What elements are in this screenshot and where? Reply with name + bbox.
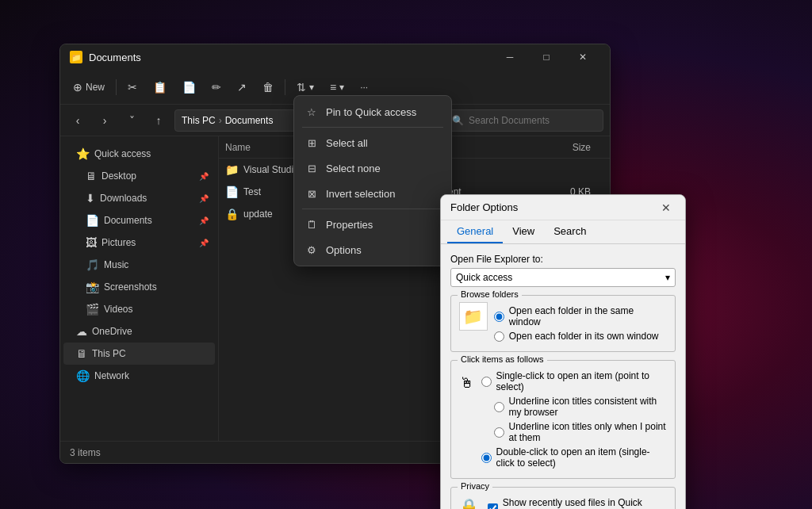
single-click-option[interactable]: Single-click to open an item (point to s… bbox=[481, 370, 667, 392]
underline-hover-option[interactable]: Underline icon titles only when I point … bbox=[481, 421, 667, 443]
sidebar-label-onedrive: OneDrive bbox=[92, 326, 132, 337]
privacy-section: 🔒 Show recently used files in Quick acce… bbox=[459, 494, 667, 509]
window-title: Documents bbox=[89, 52, 141, 63]
folder-vs-icon: 📁 bbox=[225, 163, 239, 176]
sidebar-item-pictures[interactable]: 🖼 Pictures 📌 bbox=[63, 232, 215, 254]
underline-hover-radio[interactable] bbox=[494, 427, 504, 438]
tab-view[interactable]: View bbox=[503, 220, 544, 243]
privacy-group: Privacy 🔒 Show recently used files in Qu… bbox=[450, 487, 676, 509]
sidebar-item-downloads[interactable]: ⬇ Downloads 📌 bbox=[63, 187, 215, 209]
menu-label-select-all: Select all bbox=[326, 137, 368, 149]
underline-consistent-radio[interactable] bbox=[494, 402, 504, 412]
browse-own-window-option[interactable]: Open each folder in its own window bbox=[494, 331, 667, 342]
select-chevron-icon: ▾ bbox=[665, 272, 670, 283]
invert-icon: ⊠ bbox=[305, 187, 318, 200]
menu-item-pin[interactable]: ☆ Pin to Quick access bbox=[297, 99, 448, 124]
sidebar-item-videos[interactable]: 🎬 Videos bbox=[63, 298, 215, 320]
new-button[interactable]: ⊕ New bbox=[67, 78, 111, 97]
menu-item-properties[interactable]: 🗒 Properties bbox=[297, 212, 448, 237]
double-click-option[interactable]: Double-click to open an item (single-cli… bbox=[481, 446, 667, 469]
context-menu: ☆ Pin to Quick access ⊞ Select all ⊟ Sel… bbox=[293, 95, 452, 266]
maximize-button[interactable]: □ bbox=[529, 46, 564, 68]
recent-files-checkbox[interactable] bbox=[488, 503, 498, 510]
browse-folder-preview: 📁 bbox=[459, 302, 488, 331]
menu-label-properties: Properties bbox=[326, 219, 373, 231]
open-to-row: Open File Explorer to: Quick access ▾ bbox=[450, 254, 676, 287]
recent-button[interactable]: ˅ bbox=[121, 109, 143, 132]
click-items-title: Click items as follows bbox=[458, 354, 547, 364]
delete-button[interactable]: 🗑 bbox=[256, 78, 280, 97]
sidebar-item-network[interactable]: 🌐 Network bbox=[63, 365, 215, 387]
back-button[interactable]: ‹ bbox=[67, 109, 89, 132]
click-options: Single-click to open an item (point to s… bbox=[481, 367, 667, 472]
search-input[interactable] bbox=[469, 115, 596, 126]
sidebar-label-desktop: Desktop bbox=[102, 170, 136, 182]
single-click-label: Single-click to open an item (point to s… bbox=[496, 370, 667, 392]
search-icon: 🔍 bbox=[452, 115, 464, 126]
single-click-radio[interactable] bbox=[481, 377, 492, 387]
cut-icon: ✂ bbox=[128, 81, 137, 94]
menu-item-options[interactable]: ⚙ Options bbox=[297, 237, 448, 262]
pin-icon-pictures: 📌 bbox=[199, 239, 209, 247]
open-to-label: Open File Explorer to: bbox=[450, 254, 676, 265]
menu-item-invert[interactable]: ⊠ Invert selection bbox=[297, 181, 448, 206]
sidebar-label-downloads: Downloads bbox=[100, 193, 147, 204]
this-pc-icon: 🖥 bbox=[76, 347, 87, 360]
file-update-icon: 🔒 bbox=[225, 208, 239, 220]
copy-button[interactable]: 📋 bbox=[147, 78, 173, 97]
click-row: 🖱 Single-click to open an item (point to… bbox=[459, 367, 667, 472]
sidebar-item-quick-access[interactable]: ⭐ Quick access bbox=[63, 143, 215, 165]
browse-same-window-option[interactable]: Open each folder in the same window bbox=[494, 305, 667, 327]
title-bar-controls: ─ □ ✕ bbox=[492, 46, 600, 68]
sidebar-item-documents[interactable]: 📄 Documents 📌 bbox=[63, 209, 215, 232]
onedrive-icon: ☁ bbox=[76, 325, 87, 338]
new-icon: ⊕ bbox=[73, 81, 82, 94]
sidebar-label-network: Network bbox=[94, 370, 129, 381]
share-button[interactable]: ↗ bbox=[231, 78, 253, 97]
browse-folders-group: Browse folders 📁 Open each folder in the… bbox=[450, 295, 676, 352]
sidebar-item-onedrive[interactable]: ☁ OneDrive bbox=[63, 320, 215, 343]
sidebar-item-screenshots[interactable]: 📸 Screenshots bbox=[63, 276, 215, 298]
menu-item-select-none[interactable]: ⊟ Select none bbox=[297, 155, 448, 181]
paste-icon: 📄 bbox=[182, 81, 196, 94]
search-box: 🔍 bbox=[445, 109, 603, 132]
cut-button[interactable]: ✂ bbox=[121, 78, 144, 97]
folder-icon: 📁 bbox=[70, 51, 82, 63]
view-button[interactable]: ≡ ▾ bbox=[324, 78, 350, 97]
dialog-close-button[interactable]: ✕ bbox=[657, 198, 676, 217]
more-button[interactable]: ··· bbox=[354, 78, 374, 96]
minimize-button[interactable]: ─ bbox=[492, 46, 527, 68]
menu-item-select-all[interactable]: ⊞ Select all bbox=[297, 130, 448, 155]
underline-consistent-option[interactable]: Underline icon titles consistent with my… bbox=[481, 396, 667, 418]
sidebar-item-desktop[interactable]: 🖥 Desktop 📌 bbox=[63, 165, 215, 187]
close-button[interactable]: ✕ bbox=[565, 46, 600, 68]
tab-search[interactable]: Search bbox=[544, 220, 596, 243]
pin-icon-downloads: 📌 bbox=[199, 194, 209, 203]
sidebar-label-quick-access: Quick access bbox=[94, 148, 151, 159]
browse-own-radio[interactable] bbox=[494, 331, 504, 342]
tab-general[interactable]: General bbox=[447, 220, 503, 243]
open-to-select[interactable]: Quick access ▾ bbox=[450, 268, 676, 287]
select-all-icon: ⊞ bbox=[305, 136, 318, 149]
menu-label-invert: Invert selection bbox=[326, 188, 395, 200]
network-icon: 🌐 bbox=[76, 369, 90, 382]
dialog-title: Folder Options bbox=[450, 201, 518, 213]
breadcrumb-documents: Documents bbox=[225, 115, 274, 126]
menu-separator-2 bbox=[302, 209, 443, 209]
up-button[interactable]: ↑ bbox=[147, 109, 170, 132]
recent-files-option[interactable]: Show recently used files in Quick access bbox=[488, 497, 667, 509]
browse-same-radio[interactable] bbox=[494, 312, 504, 322]
paste-button[interactable]: 📄 bbox=[176, 78, 202, 97]
forward-button[interactable]: › bbox=[94, 109, 116, 132]
menu-label-pin: Pin to Quick access bbox=[326, 106, 416, 118]
rename-button[interactable]: ✏ bbox=[205, 78, 228, 97]
music-icon: 🎵 bbox=[86, 258, 99, 271]
browse-options: Open each folder in the same window Open… bbox=[494, 302, 667, 345]
double-click-radio[interactable] bbox=[481, 453, 492, 463]
rename-icon: ✏ bbox=[212, 81, 221, 94]
sort-button[interactable]: ⇅ ▾ bbox=[290, 78, 320, 97]
sidebar-item-music[interactable]: 🎵 Music bbox=[63, 254, 215, 276]
sort-icon: ⇅ bbox=[297, 81, 306, 94]
sidebar-item-this-pc[interactable]: 🖥 This PC bbox=[63, 343, 215, 365]
header-size: Size bbox=[510, 142, 603, 153]
